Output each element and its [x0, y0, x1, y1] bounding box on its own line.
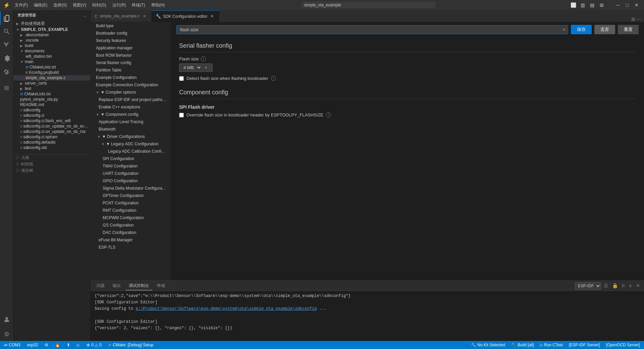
- status-build[interactable]: 🔨 Build [all]: [510, 342, 535, 348]
- override-flash-info-icon[interactable]: i: [326, 112, 331, 117]
- window-grid-icon[interactable]: ⊞: [598, 1, 606, 9]
- nav-legacy-adc[interactable]: ▼ ▼ Legacy ADC Configuration: [91, 140, 171, 148]
- sidebar-item-sdkconfig-defaults[interactable]: ≡ sdkconfig.defaults: [13, 140, 90, 145]
- nav-example-connection[interactable]: Example Connection Configuration: [91, 81, 171, 89]
- nav-uart-config[interactable]: UART Configuration: [91, 170, 171, 177]
- menu-view[interactable]: 视图(V): [70, 2, 89, 9]
- sidebar-item-main[interactable]: ▼ main: [13, 59, 90, 64]
- nav-app-manager[interactable]: Application manager: [91, 44, 171, 52]
- terminal-path-link[interactable]: e:\Product\Sensor\Software\esp-demo\syst…: [136, 306, 317, 311]
- nav-esp-tls[interactable]: ESP-TLS: [91, 244, 171, 251]
- activity-source-control[interactable]: [0, 38, 13, 52]
- sidebar-item-pytest[interactable]: pytest_simple_ota.py: [13, 97, 90, 102]
- nav-replace-paths[interactable]: Replace ESP-IDF and project paths in bin…: [91, 96, 171, 103]
- sidebar-item-cmakelists-main[interactable]: M CMakeLists.txt: [13, 64, 90, 70]
- config-search-input[interactable]: [176, 25, 568, 34]
- tab-simple-ota[interactable]: C simple_ota_example.c ✕: [91, 10, 152, 22]
- nav-rmt[interactable]: RMT Configuration: [91, 207, 171, 214]
- menu-goto[interactable]: 转到(G): [90, 2, 109, 9]
- status-com3[interactable]: ⇌ COM3: [3, 342, 22, 348]
- activity-debug[interactable]: [0, 52, 13, 65]
- sidebar-outline[interactable]: ▷ 大纲: [13, 155, 90, 161]
- nav-bootloader[interactable]: Bootloader config: [91, 30, 171, 37]
- nav-gptimer[interactable]: GPTimer Configuration: [91, 192, 171, 199]
- activity-explorer[interactable]: [0, 11, 13, 25]
- save-button[interactable]: 保存: [571, 25, 592, 34]
- sidebar-item-sdkconfig-ci[interactable]: ≡ sdkconfig.ci: [13, 113, 90, 118]
- nav-serial-flasher[interactable]: Serial flasher config: [91, 59, 171, 66]
- sidebar-more-icon[interactable]: ...: [83, 13, 86, 17]
- activity-extensions[interactable]: [0, 65, 13, 79]
- detect-flash-info-icon[interactable]: i: [271, 76, 276, 81]
- flash-size-dropdown[interactable]: 1 MB 2 MB 4 MB 8 MB 16 MB ▼: [179, 63, 213, 72]
- tab-close-icon[interactable]: ✕: [142, 13, 147, 19]
- menu-terminal[interactable]: 终端(T): [129, 2, 148, 9]
- sidebar-item-cmakelists-root[interactable]: M CMakeLists.txt: [13, 91, 90, 97]
- sidebar-item-sdkconfig-flash[interactable]: ≡ sdkconfig.ci.flash_enc_wifi: [13, 118, 90, 123]
- window-layout-icon[interactable]: ⬜: [570, 1, 578, 9]
- window-minimize[interactable]: ─: [614, 1, 622, 9]
- tab-close-icon[interactable]: ✕: [210, 14, 215, 19]
- status-no-kit[interactable]: 🔧 No Kit Selected: [470, 342, 506, 348]
- detect-flash-checkbox[interactable]: [179, 76, 184, 81]
- status-flash[interactable]: 🔥: [54, 342, 61, 348]
- nav-cpp-exceptions[interactable]: Enable C++ exceptions: [91, 103, 171, 111]
- status-cmake[interactable]: ✓ CMake: [Debug] Setup: [107, 342, 155, 348]
- sidebar-item-devcontainer[interactable]: ▶ .devcontainer: [13, 32, 90, 38]
- status-ctest[interactable]: ▷ Run CTest: [539, 342, 564, 348]
- terminal-expand-icon[interactable]: ∧: [627, 282, 633, 290]
- activity-search[interactable]: [0, 25, 13, 38]
- sidebar-timeline[interactable]: ▷ 时间线: [13, 161, 90, 167]
- sidebar-item-sdkconfig-ecdsa[interactable]: ≡ sdkconfig.ci.on_update_no_sb_ecdsa: [13, 123, 90, 129]
- status-espidf-server[interactable]: [ESP-IDF Server]: [568, 342, 601, 348]
- terminal-close-icon[interactable]: ✕: [635, 282, 641, 290]
- title-search-input[interactable]: [302, 2, 436, 8]
- terminal-filter-icon[interactable]: ☰: [602, 282, 609, 290]
- discard-button[interactable]: 丢弃: [594, 25, 615, 34]
- nav-pcnt[interactable]: PCNT Configuration: [91, 199, 171, 207]
- nav-i2s[interactable]: I2S Configuration: [91, 221, 171, 229]
- sidebar-item-test[interactable]: ▶ test: [13, 86, 90, 91]
- sidebar-project-tree[interactable]: ▷ 项目树: [13, 167, 90, 174]
- sidebar-item-simple-ota-c[interactable]: simple_ota_example.c: [13, 75, 90, 81]
- window-close[interactable]: ✕: [633, 1, 641, 9]
- sidebar-item-started[interactable]: ▶ 开始使用路景: [13, 20, 90, 27]
- nav-build-type[interactable]: Build type: [91, 22, 171, 30]
- sidebar-item-readme[interactable]: README.md: [13, 102, 90, 107]
- nav-boot-rom[interactable]: Boot ROM Behavior: [91, 52, 171, 59]
- menu-help[interactable]: 帮助(H): [149, 2, 168, 9]
- terminal-tab-problems[interactable]: 问题: [93, 282, 108, 290]
- menu-file[interactable]: 文件(F): [12, 2, 31, 9]
- terminal-copy-icon[interactable]: ⎘: [621, 282, 626, 290]
- sidebar-item-sdkconfig-spiram[interactable]: ≡ sdkconfig.ci.spiram: [13, 134, 90, 140]
- flash-size-info-icon[interactable]: i: [201, 56, 206, 61]
- nav-twai-config[interactable]: TWAI Configuration: [91, 162, 171, 170]
- nav-legacy-adc-calib[interactable]: Legacy ADC Calibration Configuration: [91, 148, 171, 155]
- status-play[interactable]: ▷: [75, 342, 81, 348]
- sidebar-item-simple-ota[interactable]: ▼ SIMPLE_OTA_EXAMPLE: [13, 27, 90, 32]
- sidebar-item-sdkconfig-rsa[interactable]: ≡ sdkconfig.ci.on_update_no_sb_rsa: [13, 129, 90, 134]
- reset-button[interactable]: 重置: [618, 25, 639, 34]
- nav-example-config[interactable]: Example Configuration: [91, 74, 171, 81]
- window-maximize[interactable]: □: [623, 1, 631, 9]
- status-errors[interactable]: ⊗ 0 △ 0: [85, 342, 103, 348]
- nav-app-tracing[interactable]: Application Level Tracing: [91, 118, 171, 126]
- nav-mcpwm[interactable]: MCPWM Configuration: [91, 214, 171, 221]
- nav-component-config[interactable]: ▼ ▼ Component config: [91, 111, 171, 118]
- terminal-tab-debug[interactable]: 调试控制台: [125, 282, 152, 290]
- sidebar-item-wifi-bin[interactable]: wifi_station.bin: [13, 54, 90, 59]
- search-clear-icon[interactable]: ✕: [562, 27, 566, 32]
- tab-sdk-config[interactable]: 🔧 SDK Configuration editor ✕: [152, 10, 219, 22]
- sidebar-item-sdkconfig[interactable]: ≡ sdkconfig: [13, 107, 90, 113]
- sidebar-item-server-certs[interactable]: ▶ server_certs: [13, 81, 90, 86]
- sidebar-item-kconfig[interactable]: K Kconfig.projbuild: [13, 70, 90, 75]
- nav-compiler-options[interactable]: ▼ ▼ Compiler options: [91, 89, 171, 96]
- window-layout2-icon[interactable]: ▤: [588, 1, 596, 9]
- activity-settings[interactable]: ⚙: [0, 328, 13, 341]
- nav-security[interactable]: Security features: [91, 37, 171, 44]
- nav-gpio-config[interactable]: GPIO Configuration: [91, 177, 171, 185]
- nav-efuse[interactable]: eFuse Bit Manager: [91, 236, 171, 244]
- terminal-tab-terminal[interactable]: 终端: [154, 282, 168, 290]
- terminal-dropdown[interactable]: ESP-IDF: [575, 282, 601, 290]
- status-openocd-server[interactable]: [OpenOCD Server]: [605, 342, 641, 348]
